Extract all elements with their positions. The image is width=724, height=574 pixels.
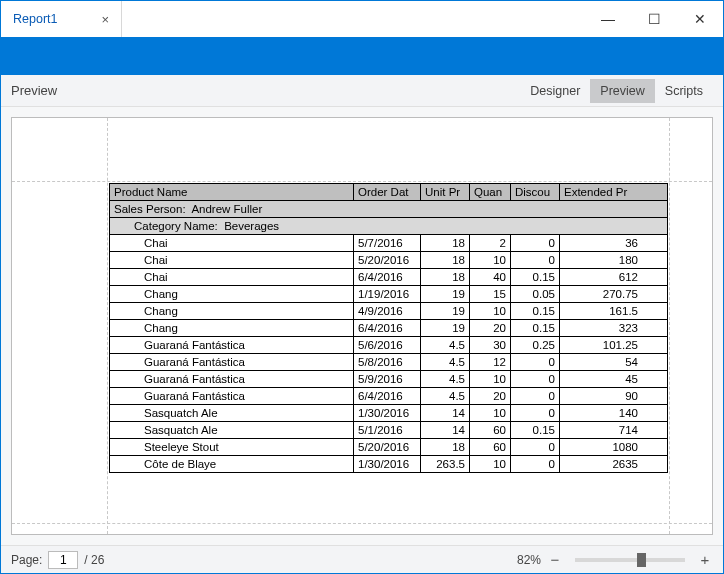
cell-disc: 0.25 (511, 337, 560, 353)
cell-unit: 4.5 (421, 388, 470, 404)
cell-ext: 714 (560, 422, 642, 438)
cell-date: 5/20/2016 (354, 439, 421, 455)
table-row: Chai6/4/201618400.15612 (109, 269, 668, 286)
col-extpr: Extended Pr (560, 184, 642, 200)
cell-date: 5/20/2016 (354, 252, 421, 268)
cell-date: 6/4/2016 (354, 269, 421, 285)
zoom-in-button[interactable]: + (697, 551, 713, 568)
cell-unit: 4.5 (421, 371, 470, 387)
table-row: Chang1/19/201619150.05270.75 (109, 286, 668, 303)
group-category: Category Name: Beverages (109, 218, 668, 235)
cell-ext: 36 (560, 235, 642, 251)
table-row: Chai5/7/2016182036 (109, 235, 668, 252)
tab-preview[interactable]: Preview (590, 79, 654, 103)
col-quan: Quan (470, 184, 511, 200)
report-body: Product Name Order Dat Unit Pr Quan Disc… (109, 183, 668, 473)
table-row: Sasquatch Ale1/30/201614100140 (109, 405, 668, 422)
cell-unit: 19 (421, 286, 470, 302)
cell-product: Chang (110, 286, 354, 302)
table-row: Guaraná Fantástica5/9/20164.510045 (109, 371, 668, 388)
cell-ext: 54 (560, 354, 642, 370)
cell-product: Sasquatch Ale (110, 422, 354, 438)
window-frame: Report1 × — ☐ ✕ Preview Designer Preview… (0, 0, 724, 574)
cell-qty: 20 (470, 320, 511, 336)
col-unitpr: Unit Pr (421, 184, 470, 200)
cell-disc: 0 (511, 439, 560, 455)
cell-ext: 2635 (560, 456, 642, 472)
cell-qty: 30 (470, 337, 511, 353)
cell-qty: 10 (470, 405, 511, 421)
margin-guide-top (12, 181, 712, 182)
cell-unit: 18 (421, 235, 470, 251)
cell-ext: 90 (560, 388, 642, 404)
cell-product: Guaraná Fantástica (110, 388, 354, 404)
cell-qty: 10 (470, 252, 511, 268)
cell-unit: 18 (421, 252, 470, 268)
cell-product: Sasquatch Ale (110, 405, 354, 421)
cell-qty: 12 (470, 354, 511, 370)
titlebar-spacer (122, 1, 585, 37)
cell-date: 5/9/2016 (354, 371, 421, 387)
cell-unit: 4.5 (421, 354, 470, 370)
cell-date: 6/4/2016 (354, 388, 421, 404)
tab-scripts[interactable]: Scripts (655, 79, 713, 103)
zoom-slider[interactable] (575, 558, 685, 562)
cell-ext: 270.75 (560, 286, 642, 302)
document-tab[interactable]: Report1 × (1, 1, 122, 37)
cell-date: 6/4/2016 (354, 320, 421, 336)
table-row: Côte de Blaye1/30/2016263.51002635 (109, 456, 668, 473)
minimize-button[interactable]: — (585, 1, 631, 37)
titlebar: Report1 × — ☐ ✕ (1, 1, 723, 37)
table-row: Sasquatch Ale5/1/201614600.15714 (109, 422, 668, 439)
cell-date: 5/1/2016 (354, 422, 421, 438)
cell-ext: 101.25 (560, 337, 642, 353)
zoom-slider-thumb[interactable] (637, 553, 646, 567)
cell-product: Chang (110, 320, 354, 336)
cell-disc: 0.15 (511, 320, 560, 336)
cell-product: Chai (110, 269, 354, 285)
cell-date: 5/7/2016 (354, 235, 421, 251)
cell-ext: 323 (560, 320, 642, 336)
mode-label: Preview (11, 83, 520, 98)
cell-product: Steeleye Stout (110, 439, 354, 455)
cell-disc: 0 (511, 405, 560, 421)
maximize-button[interactable]: ☐ (631, 1, 677, 37)
cell-disc: 0 (511, 235, 560, 251)
col-orderdate: Order Dat (354, 184, 421, 200)
cell-qty: 15 (470, 286, 511, 302)
cell-product: Chai (110, 235, 354, 251)
cell-product: Guaraná Fantástica (110, 354, 354, 370)
preview-surface: Product Name Order Dat Unit Pr Quan Disc… (1, 107, 723, 545)
cell-disc: 0 (511, 252, 560, 268)
close-window-button[interactable]: ✕ (677, 1, 723, 37)
cell-qty: 10 (470, 371, 511, 387)
cell-date: 1/30/2016 (354, 456, 421, 472)
table-row: Chang4/9/201619100.15161.5 (109, 303, 668, 320)
page-total: / 26 (84, 553, 104, 567)
rows-container: Chai5/7/2016182036Chai5/20/201618100180C… (109, 235, 668, 473)
close-tab-icon[interactable]: × (101, 12, 109, 27)
table-row: Chang6/4/201619200.15323 (109, 320, 668, 337)
cell-disc: 0.15 (511, 303, 560, 319)
cell-qty: 60 (470, 439, 511, 455)
cell-qty: 2 (470, 235, 511, 251)
cell-unit: 18 (421, 439, 470, 455)
cell-disc: 0.15 (511, 269, 560, 285)
report-page: Product Name Order Dat Unit Pr Quan Disc… (11, 117, 713, 535)
cell-ext: 1080 (560, 439, 642, 455)
table-row: Steeleye Stout5/20/2016186001080 (109, 439, 668, 456)
cell-product: Guaraná Fantástica (110, 371, 354, 387)
cell-qty: 40 (470, 269, 511, 285)
cell-product: Chai (110, 252, 354, 268)
tab-designer[interactable]: Designer (520, 79, 590, 103)
page-label: Page: (11, 553, 42, 567)
col-product: Product Name (110, 184, 354, 200)
zoom-out-button[interactable]: − (547, 551, 563, 568)
group-salesperson: Sales Person: Andrew Fuller (109, 201, 668, 218)
cell-qty: 20 (470, 388, 511, 404)
page-number-input[interactable] (48, 551, 78, 569)
cell-qty: 10 (470, 303, 511, 319)
cell-disc: 0.15 (511, 422, 560, 438)
cell-unit: 4.5 (421, 337, 470, 353)
zoom-percent: 82% (517, 553, 541, 567)
